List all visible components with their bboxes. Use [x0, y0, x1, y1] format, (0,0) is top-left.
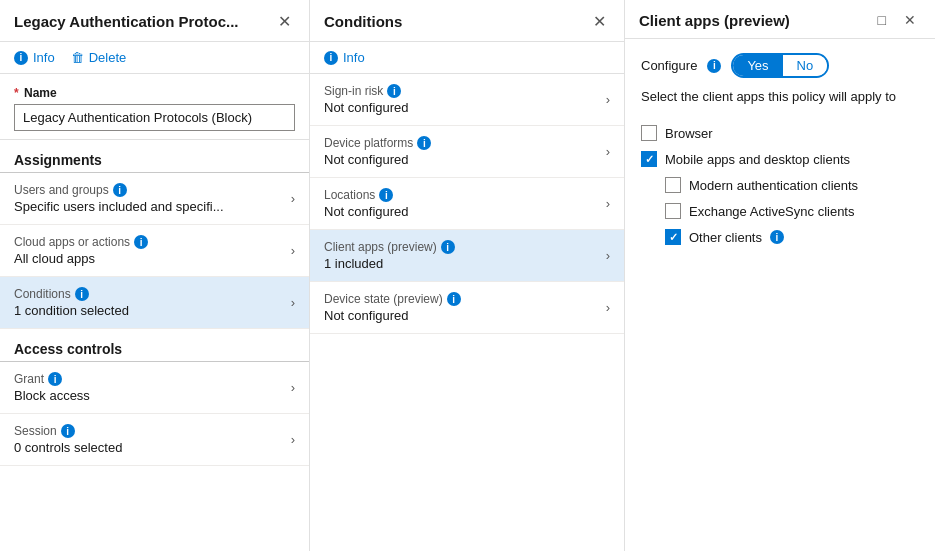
exchange-activesync-checkbox-row[interactable]: Exchange ActiveSync clients — [665, 198, 919, 224]
configure-info-icon: i — [707, 59, 721, 73]
assignments-section-header: Assignments — [0, 140, 309, 173]
left-panel-close-button[interactable]: ✕ — [274, 10, 295, 33]
other-clients-info-icon: i — [770, 230, 784, 244]
session-label: Session — [14, 424, 57, 438]
client-apps-item[interactable]: Client apps (preview) i 1 included › — [310, 230, 624, 282]
other-clients-label: Other clients — [689, 230, 762, 245]
mid-info-button[interactable]: i Info — [324, 50, 365, 65]
device-platforms-item[interactable]: Device platforms i Not configured › — [310, 126, 624, 178]
left-panel-header: Legacy Authentication Protoc... ✕ — [0, 0, 309, 42]
locations-chevron-icon: › — [606, 196, 610, 211]
sign-in-risk-value: Not configured — [324, 100, 409, 115]
session-info-icon: i — [61, 424, 75, 438]
sign-in-risk-label: Sign-in risk — [324, 84, 383, 98]
device-state-value: Not configured — [324, 308, 461, 323]
client-apps-value: 1 included — [324, 256, 455, 271]
client-apps-info-icon: i — [441, 240, 455, 254]
mid-panel-toolbar: i Info — [310, 42, 624, 74]
other-clients-checkbox-row[interactable]: Other clients i — [665, 224, 919, 250]
right-panel-content: Configure i Yes No Select the client app… — [625, 39, 935, 264]
toggle-yes-button[interactable]: Yes — [733, 55, 782, 76]
mid-info-label: Info — [343, 50, 365, 65]
client-apps-label: Client apps (preview) — [324, 240, 437, 254]
device-state-item[interactable]: Device state (preview) i Not configured … — [310, 282, 624, 334]
name-field-label: * Name — [14, 86, 295, 100]
grant-item[interactable]: Grant i Block access › — [0, 362, 309, 414]
configure-toggle: Yes No — [731, 53, 829, 78]
mobile-apps-checkbox[interactable] — [641, 151, 657, 167]
locations-info-icon: i — [379, 188, 393, 202]
device-state-info-icon: i — [447, 292, 461, 306]
modern-auth-checkbox-row[interactable]: Modern authentication clients — [665, 172, 919, 198]
cloud-apps-value: All cloud apps — [14, 251, 148, 266]
locations-item[interactable]: Locations i Not configured › — [310, 178, 624, 230]
device-platforms-info-icon: i — [417, 136, 431, 150]
right-panel-title: Client apps (preview) — [639, 12, 790, 29]
session-item[interactable]: Session i 0 controls selected › — [0, 414, 309, 466]
conditions-chevron-icon: › — [291, 295, 295, 310]
mid-info-icon: i — [324, 51, 338, 65]
exchange-activesync-label: Exchange ActiveSync clients — [689, 204, 854, 219]
cloud-apps-chevron-icon: › — [291, 243, 295, 258]
maximize-button[interactable]: □ — [873, 10, 891, 30]
access-controls-section-header: Access controls — [0, 329, 309, 362]
left-panel: Legacy Authentication Protoc... ✕ i Info… — [0, 0, 310, 551]
sign-in-risk-item[interactable]: Sign-in risk i Not configured › — [310, 74, 624, 126]
info-button[interactable]: i Info — [14, 50, 55, 65]
users-groups-value: Specific users included and specifi... — [14, 199, 224, 214]
other-clients-checkbox[interactable] — [665, 229, 681, 245]
device-platforms-value: Not configured — [324, 152, 431, 167]
browser-checkbox-row[interactable]: Browser — [641, 120, 919, 146]
delete-label: Delete — [89, 50, 127, 65]
client-apps-chevron-icon: › — [606, 248, 610, 263]
configure-label: Configure — [641, 58, 697, 73]
mid-panel-header: Conditions ✕ — [310, 0, 624, 42]
mobile-apps-label: Mobile apps and desktop clients — [665, 152, 850, 167]
mobile-apps-checkbox-row[interactable]: Mobile apps and desktop clients — [641, 146, 919, 172]
modern-auth-label: Modern authentication clients — [689, 178, 858, 193]
toggle-no-button[interactable]: No — [783, 55, 828, 76]
exchange-activesync-checkbox[interactable] — [665, 203, 681, 219]
name-section: * Name — [0, 74, 309, 140]
mid-panel-title: Conditions — [324, 13, 402, 30]
grant-value: Block access — [14, 388, 90, 403]
left-panel-title: Legacy Authentication Protoc... — [14, 13, 238, 30]
name-input[interactable] — [14, 104, 295, 131]
cloud-apps-item[interactable]: Cloud apps or actions i All cloud apps › — [0, 225, 309, 277]
cloud-apps-info-icon: i — [134, 235, 148, 249]
cloud-apps-label: Cloud apps or actions — [14, 235, 130, 249]
right-panel-header: Client apps (preview) □ ✕ — [625, 0, 935, 39]
info-icon: i — [14, 51, 28, 65]
browser-label: Browser — [665, 126, 713, 141]
mid-panel-close-button[interactable]: ✕ — [589, 10, 610, 33]
grant-chevron-icon: › — [291, 380, 295, 395]
required-star: * — [14, 86, 19, 100]
session-value: 0 controls selected — [14, 440, 122, 455]
device-platforms-label: Device platforms — [324, 136, 413, 150]
session-chevron-icon: › — [291, 432, 295, 447]
left-panel-toolbar: i Info 🗑 Delete — [0, 42, 309, 74]
description-text: Select the client apps this policy will … — [641, 88, 919, 106]
modern-auth-checkbox[interactable] — [665, 177, 681, 193]
device-state-chevron-icon: › — [606, 300, 610, 315]
mid-panel: Conditions ✕ i Info Sign-in risk i Not c… — [310, 0, 625, 551]
sign-in-risk-chevron-icon: › — [606, 92, 610, 107]
configure-row: Configure i Yes No — [641, 53, 919, 78]
conditions-info-icon: i — [75, 287, 89, 301]
right-panel: Client apps (preview) □ ✕ Configure i Ye… — [625, 0, 935, 551]
device-platforms-chevron-icon: › — [606, 144, 610, 159]
delete-button[interactable]: 🗑 Delete — [71, 50, 127, 65]
users-and-groups-item[interactable]: Users and groups i Specific users includ… — [0, 173, 309, 225]
locations-value: Not configured — [324, 204, 409, 219]
sign-in-risk-info-icon: i — [387, 84, 401, 98]
device-state-label: Device state (preview) — [324, 292, 443, 306]
users-groups-label: Users and groups — [14, 183, 109, 197]
browser-checkbox[interactable] — [641, 125, 657, 141]
conditions-value: 1 condition selected — [14, 303, 129, 318]
grant-info-icon: i — [48, 372, 62, 386]
conditions-label: Conditions — [14, 287, 71, 301]
users-groups-info-icon: i — [113, 183, 127, 197]
right-panel-close-button[interactable]: ✕ — [899, 10, 921, 30]
conditions-item[interactable]: Conditions i 1 condition selected › — [0, 277, 309, 329]
users-groups-chevron-icon: › — [291, 191, 295, 206]
